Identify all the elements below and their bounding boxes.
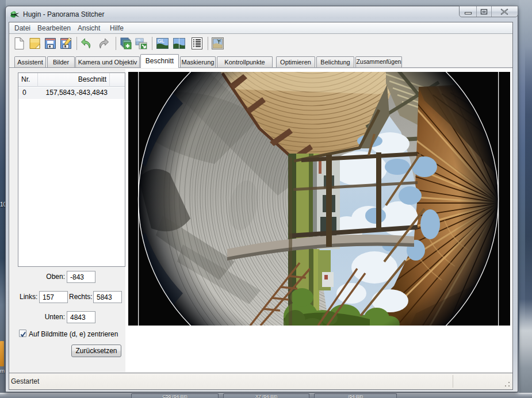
svg-text:GL: GL: [158, 38, 164, 44]
